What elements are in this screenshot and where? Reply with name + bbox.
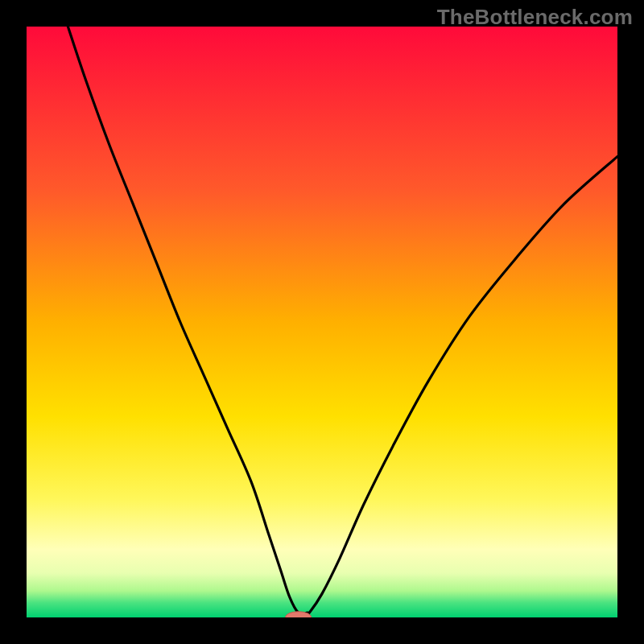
minimum-marker xyxy=(285,612,311,624)
bottleneck-chart xyxy=(0,0,644,644)
plot-background xyxy=(27,27,617,617)
chart-frame: { "watermark": "TheBottleneck.com", "col… xyxy=(0,0,644,644)
watermark-text: TheBottleneck.com xyxy=(437,5,633,30)
